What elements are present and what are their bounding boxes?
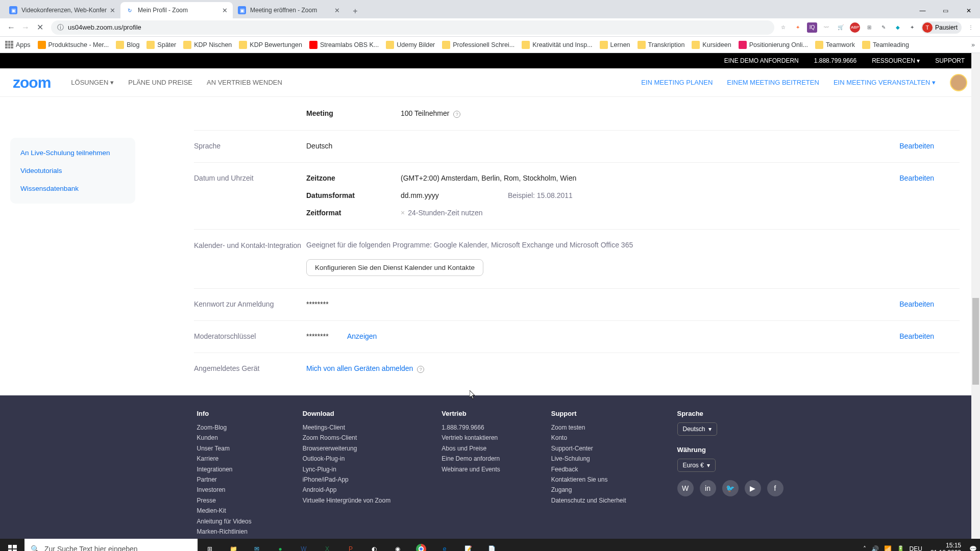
edit-hostkey-link[interactable]: Bearbeiten (899, 332, 960, 340)
star-icon[interactable]: ☆ (778, 22, 789, 33)
extension-icon[interactable]: ⊞ (864, 22, 874, 33)
forward-button[interactable]: → (18, 20, 33, 35)
bookmark-item[interactable]: Professionell Schrei... (442, 41, 514, 49)
sidebar-item-training[interactable]: An Live-Schulung teilnehmen (10, 144, 135, 162)
footer-link[interactable]: Datenschutz und Sicherheit (551, 495, 626, 506)
footer-link[interactable]: Virtuelle Hintergründe von Zoom (303, 495, 391, 506)
footer-link[interactable]: Anleitung für Videos (197, 516, 251, 527)
bookmark-item[interactable]: KDP Bewertungen (239, 41, 302, 49)
taskbar-app[interactable]: ◐ (362, 539, 386, 551)
footer-link[interactable]: Zugang (551, 485, 626, 495)
footer-link[interactable]: Kunden (197, 433, 251, 443)
back-button[interactable]: ← (4, 20, 18, 35)
bookmark-item[interactable]: Positionierung Onli... (739, 41, 808, 49)
footer-link[interactable]: Vertrieb kontaktieren (442, 433, 500, 443)
footer-link[interactable]: Webinare und Events (442, 464, 500, 474)
bookmark-item[interactable]: Produktsuche - Mer... (38, 41, 109, 49)
bookmark-item[interactable]: Kursideen (692, 41, 731, 49)
edit-password-link[interactable]: Bearbeiten (899, 300, 960, 308)
task-view-icon[interactable]: ⊞ (198, 539, 222, 551)
tray-volume-icon[interactable]: 🔊 (871, 545, 879, 551)
footer-link[interactable]: Abos und Preise (442, 443, 500, 454)
footer-link[interactable]: Feedback (551, 464, 626, 474)
footer-link[interactable]: Marken-Richtlinien (197, 527, 251, 537)
taskbar-app-edge[interactable]: e (433, 539, 456, 551)
footer-link[interactable]: Konto (551, 433, 626, 443)
profile-chip[interactable]: T Pausiert (921, 21, 962, 34)
sidebar-item-kb[interactable]: Wissensdatenbank (10, 180, 135, 197)
bookmark-item[interactable]: Streamlabs OBS K... (309, 41, 379, 49)
unchecked-icon[interactable]: × (401, 209, 405, 217)
tray-expand-icon[interactable]: ˄ (863, 545, 866, 551)
nav-sales[interactable]: AN VERTRIEB WENDEN (207, 79, 282, 86)
footer-link[interactable]: Presse (197, 495, 251, 506)
show-hostkey-link[interactable]: Anzeigen (347, 332, 377, 340)
extension-icon[interactable]: ◆ (893, 22, 903, 33)
nav-schedule[interactable]: EIN MEETING PLANEN (641, 79, 713, 86)
user-avatar[interactable] (950, 74, 967, 91)
resources-dropdown[interactable]: RESSOURCEN ▾ (872, 57, 920, 64)
browser-tab-2[interactable]: ▣ Meeting eröffnen - Zoom ✕ (233, 2, 345, 18)
footer-link[interactable]: Zoom-Blog (197, 422, 251, 433)
new-tab-button[interactable]: + (348, 4, 362, 18)
footer-link[interactable]: Support-Center (551, 443, 626, 454)
configure-calendar-button[interactable]: Konfigurieren Sie den Dienst Kalender un… (306, 259, 483, 276)
footer-link[interactable]: Meetings-Client (303, 422, 391, 433)
taskbar-app-spotify[interactable]: ● (268, 539, 292, 551)
facebook-icon[interactable]: f (767, 480, 783, 496)
taskbar-app-chrome[interactable] (409, 539, 433, 551)
help-icon[interactable]: ? (417, 366, 424, 373)
taskbar-app-notepad[interactable]: 📝 (456, 539, 480, 551)
tray-language[interactable]: DEU (910, 545, 922, 551)
wordpress-icon[interactable]: W (677, 480, 694, 496)
extension-icon[interactable]: ✦ (793, 22, 803, 33)
taskbar-app-excel[interactable]: X (315, 539, 339, 551)
extension-icon[interactable]: ✎ (878, 22, 889, 33)
taskbar-app-word[interactable]: W (292, 539, 315, 551)
bookmark-item[interactable]: Teamleading (862, 41, 909, 49)
currency-select[interactable]: Euros € ▾ (677, 459, 716, 472)
taskbar-app-obs[interactable]: ◉ (386, 539, 409, 551)
edit-language-link[interactable]: Bearbeiten (899, 142, 960, 150)
zoom-logo[interactable]: zoom (13, 74, 51, 91)
footer-link[interactable]: 1.888.799.9666 (442, 422, 500, 433)
footer-link[interactable]: Eine Demo anfordern (442, 454, 500, 464)
footer-link[interactable]: Android-App (303, 485, 391, 495)
browser-tab-1[interactable]: ↻ Mein Profil - Zoom ✕ (120, 2, 233, 18)
footer-link[interactable]: Medien-Kit (197, 506, 251, 516)
close-icon[interactable]: ✕ (110, 7, 115, 14)
tray-notifications-icon[interactable]: 💬 (969, 545, 977, 551)
footer-link[interactable]: Partner (197, 474, 251, 485)
footer-link[interactable]: Kontaktieren Sie uns (551, 474, 626, 485)
taskbar-app-powerpoint[interactable]: P (339, 539, 362, 551)
close-window-button[interactable]: ✕ (957, 3, 980, 18)
footer-link[interactable]: iPhone/iPad-App (303, 474, 391, 485)
footer-link[interactable]: Browsererweiterung (303, 443, 391, 454)
close-icon[interactable]: ✕ (222, 7, 228, 14)
tray-wifi-icon[interactable]: 📶 (884, 545, 892, 551)
taskbar-app[interactable]: 📄 (480, 539, 503, 551)
taskbar-search[interactable]: 🔍 Zur Suche Text hier eingeben (24, 539, 198, 551)
nav-join[interactable]: EINEM MEETING BEITRETEN (727, 79, 819, 86)
footer-link[interactable]: Integrationen (197, 464, 251, 474)
bookmark-item[interactable]: Blog (116, 41, 139, 49)
browser-tab-0[interactable]: ▣ Videokonferenzen, Web-Konfer ✕ (4, 2, 120, 18)
language-select[interactable]: Deutsch ▾ (677, 422, 717, 436)
maximize-button[interactable]: ▭ (934, 3, 957, 18)
scrollbar-thumb[interactable] (972, 298, 979, 385)
minimize-button[interactable]: — (911, 3, 934, 18)
apps-button[interactable]: Apps (5, 41, 31, 49)
footer-link[interactable]: Live-Schulung (551, 454, 626, 464)
youtube-icon[interactable]: ▶ (745, 480, 761, 496)
twitter-icon[interactable]: 🐦 (722, 480, 739, 496)
footer-link[interactable]: Zoom Rooms-Client (303, 433, 391, 443)
url-input[interactable]: ⓘ us04web.zoom.us/profile (51, 20, 774, 35)
extension-icon[interactable]: 〰 (821, 22, 831, 33)
sidebar-item-tutorials[interactable]: Videotutorials (10, 162, 135, 180)
tray-battery-icon[interactable]: 🔋 (897, 545, 904, 551)
bookmark-item[interactable]: Transkription (638, 41, 685, 49)
extension-icon[interactable]: IQ (807, 22, 817, 33)
extension-icon[interactable]: 🛒 (836, 22, 846, 33)
taskbar-app-explorer[interactable]: 📁 (222, 539, 245, 551)
taskbar-app-mail[interactable]: ✉ (245, 539, 268, 551)
